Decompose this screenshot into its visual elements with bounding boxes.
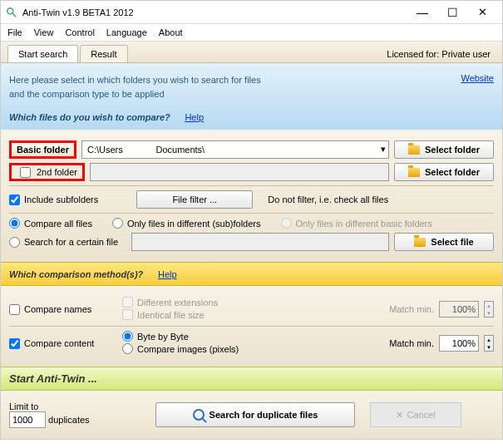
- limit-input[interactable]: [9, 411, 46, 428]
- names-match-input: [439, 301, 479, 318]
- content-match-input[interactable]: [439, 335, 479, 352]
- include-subfolders-checkbox[interactable]: Include subfolders: [9, 194, 98, 205]
- folder-icon: [408, 145, 420, 155]
- search-duplicates-button[interactable]: Search for duplicate files: [155, 402, 355, 427]
- tab-start-search[interactable]: Start search: [7, 45, 78, 62]
- basic-folder-input[interactable]: ▾: [81, 140, 389, 159]
- section-which-files: Which files do you wish to compare? Help: [9, 111, 494, 123]
- select-second-folder-button[interactable]: Select folder: [394, 163, 494, 181]
- window-title: Anti-Twin v1.9 BETA1 2012: [22, 7, 407, 17]
- method-panel: Compare names Different extensions Ident…: [1, 286, 502, 367]
- intro-panel: Here please select in which folders you …: [1, 63, 502, 130]
- cancel-button: ✕ Cancel: [370, 402, 461, 427]
- select-basic-folder-button[interactable]: Select folder: [394, 140, 494, 159]
- menu-file[interactable]: File: [7, 27, 22, 37]
- menu-language[interactable]: Language: [106, 27, 147, 37]
- search-file-radio[interactable]: Search for a certain file: [9, 237, 118, 248]
- close-button[interactable]: ✕: [467, 2, 497, 22]
- menu-about[interactable]: About: [159, 27, 183, 37]
- app-icon: [6, 7, 17, 18]
- folder-icon: [414, 238, 426, 247]
- file-filter-button[interactable]: File filter ...: [136, 190, 253, 209]
- help-link-2[interactable]: Help: [158, 269, 177, 279]
- maximize-button[interactable]: ☐: [437, 2, 467, 22]
- search-icon: [193, 409, 205, 421]
- folder-panel: Basic folder ▾ Select folder 2nd folder …: [1, 130, 502, 262]
- help-link-1[interactable]: Help: [185, 112, 204, 122]
- folder-icon: [408, 168, 420, 177]
- byte-by-byte-radio[interactable]: Byte by Byte: [122, 331, 189, 342]
- match-min-label-1: Match min.: [389, 304, 434, 314]
- cancel-icon: ✕: [396, 410, 403, 421]
- compare-content-checkbox[interactable]: Compare content: [9, 338, 117, 349]
- comparison-method-header: Which comparison method(s)? Help: [1, 262, 502, 286]
- svg-line-1: [12, 12, 16, 16]
- compare-names-checkbox[interactable]: Compare names: [9, 304, 117, 315]
- start-header: Start Anti-Twin ...: [1, 367, 502, 391]
- basic-folder-label: Basic folder: [9, 140, 76, 159]
- limit-to-label: Limit to: [9, 401, 38, 411]
- svg-point-0: [7, 7, 13, 13]
- intro-text: Here please select in which folders you …: [9, 73, 461, 101]
- diff-subfolders-radio[interactable]: Only files in different (sub)folders: [112, 218, 261, 229]
- tab-result[interactable]: Result: [80, 45, 127, 62]
- compare-all-radio[interactable]: Compare all files: [9, 218, 92, 229]
- menu-view[interactable]: View: [34, 27, 54, 37]
- diff-extensions-checkbox: Different extensions: [122, 297, 218, 308]
- second-folder-checkbox[interactable]: [20, 167, 31, 178]
- diff-basic-radio: Only files in different basic folders: [281, 218, 432, 229]
- minimize-button[interactable]: —: [407, 2, 437, 22]
- menu-control[interactable]: Control: [65, 27, 94, 37]
- second-folder-label: 2nd folder: [9, 163, 85, 181]
- run-panel: Limit to duplicates Search for duplicate…: [1, 391, 502, 439]
- search-file-input[interactable]: [131, 233, 389, 251]
- license-label: Licensed for: Private user: [382, 46, 496, 62]
- titlebar: Anti-Twin v1.9 BETA1 2012 — ☐ ✕: [1, 1, 502, 24]
- names-spinner: ▲▼: [484, 301, 494, 318]
- menubar: File View Control Language About: [1, 24, 502, 42]
- duplicates-label: duplicates: [48, 415, 90, 425]
- match-min-label-2: Match min.: [389, 338, 434, 348]
- identical-size-checkbox: Identical file size: [122, 309, 205, 320]
- tabs-row: Start search Result Licensed for: Privat…: [1, 42, 502, 63]
- no-filter-label: Do not filter, i.e. check all files: [268, 194, 388, 204]
- select-file-button[interactable]: Select file: [394, 233, 494, 251]
- content-spinner[interactable]: ▲▼: [484, 335, 494, 352]
- compare-pixels-radio[interactable]: Compare images (pixels): [122, 343, 239, 354]
- website-link[interactable]: Website: [461, 73, 494, 101]
- second-folder-input[interactable]: [90, 163, 389, 181]
